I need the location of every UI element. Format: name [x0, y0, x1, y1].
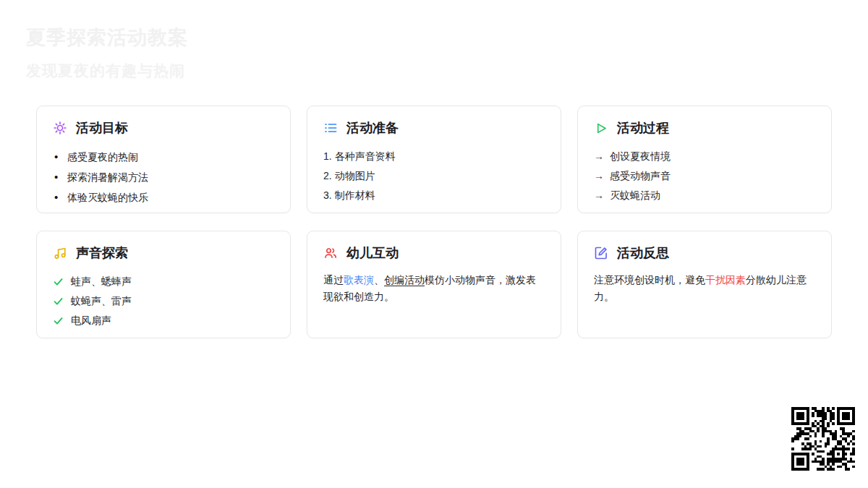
check-icon — [53, 296, 64, 307]
users-icon — [323, 246, 338, 260]
card-paragraph: 注意环境创设时机，避免干扰因素分散幼儿注意力。 — [594, 272, 815, 305]
ordered-list-icon — [323, 121, 338, 135]
check-icon — [53, 315, 64, 326]
number-marker: 3. — [323, 186, 332, 205]
card-title: 活动反思 — [617, 244, 669, 262]
list-item-text: 电风扇声 — [71, 311, 111, 330]
list-item: 1. 各种声音资料 — [323, 147, 545, 166]
list-item: • 体验灭蚊蝇的快乐 — [53, 187, 274, 207]
card-activity-preparation: 活动准备 1. 各种声音资料 2. 动物图片 3. 制作材料 — [307, 106, 561, 213]
list-item: → 灭蚊蝇活动 — [594, 186, 815, 205]
card-sound-exploration: 声音探索 蛙声、蟋蟀声 蚊蝇声、雷声 电风扇声 — [36, 231, 291, 338]
list-item-text: 蛙声、蟋蟀声 — [71, 272, 132, 291]
card-activity-goals: 活动目标 • 感受夏夜的热闹 • 探索消暑解渴方法 • 体验灭蚊蝇的快乐 — [36, 106, 291, 213]
bullet-marker: • — [53, 167, 67, 187]
bullet-marker: • — [53, 147, 67, 166]
card-activity-reflection: 活动反思 注意环境创设时机，避免干扰因素分散幼儿注意力。 — [577, 231, 832, 338]
card-grid: 活动目标 • 感受夏夜的热闹 • 探索消暑解渴方法 • 体验灭蚊蝇的快乐 活动准… — [36, 106, 832, 338]
underlined-term: 创编活动 — [384, 274, 425, 286]
sun-icon — [53, 121, 67, 135]
page-title: 夏季探索活动教案 — [26, 25, 188, 51]
list-item-text: 体验灭蚊蝇的快乐 — [67, 188, 148, 207]
list-item-text: 制作材料 — [335, 186, 375, 205]
card-title: 幼儿互动 — [346, 244, 399, 262]
edit-icon — [594, 246, 608, 260]
list-item: 2. 动物图片 — [323, 166, 545, 186]
card-title: 声音探索 — [76, 244, 128, 262]
list-item-text: 感受动物声音 — [610, 166, 671, 186]
list-item: • 感受夏夜的热闹 — [53, 147, 274, 167]
list-item: 蛙声、蟋蟀声 — [53, 272, 274, 291]
page-subtitle: 发现夏夜的有趣与热闹 — [26, 61, 188, 81]
list-item-text: 感受夏夜的热闹 — [67, 147, 138, 167]
list-item-text: 动物图片 — [335, 166, 375, 186]
number-marker: 1. — [323, 147, 332, 166]
list-item-text: 各种声音资料 — [335, 147, 396, 166]
qr-code — [791, 407, 855, 471]
list-item-text: 探索消暑解渴方法 — [67, 168, 148, 187]
list-item-text: 蚊蝇声、雷声 — [71, 291, 132, 311]
paragraph-text: 、 — [374, 274, 384, 286]
bullet-marker: • — [53, 187, 67, 207]
check-icon — [53, 276, 64, 287]
link-song-performance[interactable]: 歌表演 — [344, 274, 374, 286]
arrow-marker: → — [594, 147, 604, 166]
play-icon — [594, 121, 608, 135]
arrow-marker: → — [594, 166, 604, 186]
music-note-icon — [53, 246, 67, 260]
list-item: 3. 制作材料 — [323, 186, 545, 205]
list-item: 蚊蝇声、雷声 — [53, 291, 274, 311]
number-marker: 2. — [323, 166, 332, 186]
list-item: 电风扇声 — [53, 311, 274, 330]
paragraph-text: 通过 — [323, 274, 344, 286]
list-item-text: 灭蚊蝇活动 — [610, 186, 660, 205]
card-paragraph: 通过歌表演、创编活动模仿小动物声音，激发表现欲和创造力。 — [323, 272, 545, 305]
card-title: 活动目标 — [76, 119, 128, 137]
highlighted-term: 干扰因素 — [705, 274, 746, 286]
paragraph-text: 注意环境创设时机，避免 — [594, 274, 705, 286]
arrow-marker: → — [594, 186, 604, 205]
card-activity-process: 活动过程 → 创设夏夜情境 → 感受动物声音 → 灭蚊蝇活动 — [577, 106, 832, 213]
list-item: → 创设夏夜情境 — [594, 147, 815, 166]
list-item: • 探索消暑解渴方法 — [53, 167, 274, 187]
card-title: 活动准备 — [346, 119, 399, 137]
page-header: 夏季探索活动教案 发现夏夜的有趣与热闹 — [26, 25, 188, 81]
list-item: → 感受动物声音 — [594, 166, 815, 186]
card-child-interaction: 幼儿互动 通过歌表演、创编活动模仿小动物声音，激发表现欲和创造力。 — [307, 231, 561, 338]
card-title: 活动过程 — [617, 119, 669, 137]
list-item-text: 创设夏夜情境 — [610, 147, 671, 166]
